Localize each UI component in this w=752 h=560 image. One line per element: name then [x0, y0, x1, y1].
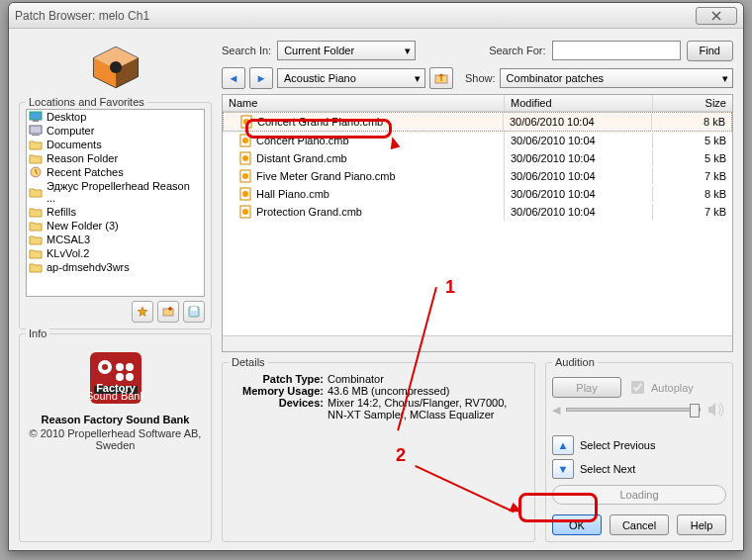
ok-button[interactable]: OK — [552, 514, 602, 535]
folder-up-icon — [434, 71, 448, 85]
triangle-down-icon: ▼ — [558, 463, 569, 475]
select-previous-label: Select Previous — [580, 439, 655, 451]
volume-slider[interactable] — [566, 408, 701, 412]
locations-item[interactable]: KLvVol.2 — [27, 246, 204, 260]
svg-rect-11 — [191, 307, 197, 311]
locations-title: Locations and Favorites — [26, 96, 147, 108]
locations-item[interactable]: Documents — [27, 138, 204, 151]
file-row[interactable]: Hall Piano.cmb30/06/2010 10:048 kB — [223, 185, 732, 203]
star-icon — [138, 307, 147, 317]
show-combo[interactable]: Combinator patches ▾ — [500, 68, 733, 88]
browse-disk-button[interactable] — [183, 301, 205, 323]
svg-point-28 — [242, 155, 248, 161]
locations-item[interactable]: Reason Folder — [27, 151, 204, 165]
arrow-right-icon: ► — [256, 72, 267, 84]
search-for-input[interactable] — [552, 41, 681, 60]
select-next-label: Select Next — [580, 463, 635, 475]
locations-item[interactable]: New Folder (3) — [27, 219, 204, 233]
svg-rect-4 — [30, 112, 42, 120]
svg-rect-6 — [30, 126, 42, 134]
file-row[interactable]: Distant Grand.cmb30/06/2010 10:045 kB — [223, 149, 732, 167]
locations-group: Locations and Favorites DesktopComputerD… — [19, 102, 212, 329]
chevron-down-icon: ▾ — [405, 45, 411, 57]
svg-point-17 — [116, 373, 124, 381]
svg-point-15 — [116, 363, 124, 371]
new-folder-button[interactable] — [157, 301, 179, 323]
loading-indicator: Loading — [552, 485, 726, 505]
horizontal-scrollbar[interactable] — [223, 335, 732, 351]
close-icon — [711, 11, 721, 21]
autoplay-checkbox[interactable]: Autoplay — [627, 378, 694, 397]
audition-group: Audition Play Autoplay ◀ ▲ Select Pre — [545, 362, 733, 542]
svg-rect-7 — [32, 135, 40, 136]
detail-memory: 43.6 MB (uncompressed) — [328, 385, 528, 397]
svg-rect-5 — [33, 120, 39, 122]
volume-low-icon: ◀ — [552, 404, 560, 417]
svg-point-32 — [242, 191, 248, 197]
col-size[interactable]: Size — [653, 95, 732, 111]
folder-plus-icon — [162, 306, 174, 318]
chevron-down-icon: ▾ — [415, 72, 421, 85]
select-next-button[interactable]: ▼ — [552, 459, 574, 479]
arrow-left-icon: ◄ — [229, 72, 239, 84]
file-list-header[interactable]: Name Modified Size — [223, 95, 732, 112]
svg-point-16 — [126, 363, 134, 371]
file-row[interactable]: Concert Piano.cmb30/06/2010 10:045 kB — [223, 132, 732, 149]
svg-point-3 — [109, 61, 121, 73]
window-title: Patch Browser: melo Ch1 — [15, 9, 696, 23]
locations-item[interactable]: ap-dmsehdv3wrs — [27, 260, 204, 274]
locations-item[interactable]: Desktop — [27, 110, 204, 124]
svg-point-34 — [242, 209, 248, 215]
forward-button[interactable]: ► — [249, 67, 273, 89]
close-button[interactable] — [696, 7, 737, 25]
locations-tree[interactable]: DesktopComputerDocumentsReason FolderRec… — [26, 109, 205, 297]
path-combo[interactable]: Acoustic Piano ▾ — [277, 68, 425, 88]
file-row[interactable]: Concert Grand Piano.cmb30/06/2010 10:048… — [223, 112, 732, 132]
reason-logo — [19, 37, 212, 98]
soundbank-icon: Factory Sound Bank — [88, 350, 143, 406]
details-group: Details Patch Type:Combinator Memory Usa… — [222, 362, 535, 542]
speaker-icon — [706, 402, 726, 418]
svg-point-18 — [126, 373, 134, 381]
search-in-label: Search In: — [222, 45, 271, 56]
search-for-label: Search For: — [489, 45, 545, 56]
file-row[interactable]: Protection Grand.cmb30/06/2010 10:047 kB — [223, 203, 732, 221]
select-previous-button[interactable]: ▲ — [552, 435, 574, 455]
svg-point-14 — [102, 364, 108, 370]
back-button[interactable]: ◄ — [222, 67, 245, 89]
svg-text:Sound Bank: Sound Bank — [88, 390, 143, 402]
file-list[interactable]: Name Modified Size Concert Grand Piano.c… — [222, 94, 733, 352]
locations-item[interactable]: Recent Patches — [27, 165, 204, 179]
svg-rect-9 — [163, 309, 173, 316]
detail-patch-type: Combinator — [328, 373, 528, 385]
disk-icon — [188, 306, 200, 318]
svg-point-24 — [243, 119, 249, 125]
col-name[interactable]: Name — [223, 95, 505, 111]
help-button[interactable]: Help — [677, 514, 726, 535]
titlebar[interactable]: Patch Browser: melo Ch1 — [9, 3, 743, 29]
info-group: Info Factory Sound Bank Reason Factory S… — [19, 333, 212, 542]
triangle-up-icon: ▲ — [558, 439, 569, 451]
search-in-combo[interactable]: Current Folder ▾ — [277, 41, 416, 60]
detail-devices: Mixer 14:2, Chorus/Flanger, RV7000, — [328, 397, 528, 409]
locations-item[interactable]: Эджус Propellerhead Reason ... — [27, 179, 204, 205]
patch-browser-window: Patch Browser: melo Ch1 Locations and Fa… — [8, 2, 744, 551]
svg-point-26 — [242, 138, 248, 143]
info-bank-name: Reason Factory Sound Bank — [26, 414, 205, 425]
locations-item[interactable]: MCSAL3 — [27, 233, 204, 246]
info-copyright: © 2010 Propellerhead Software AB, Sweden — [26, 427, 205, 451]
info-title: Info — [26, 327, 49, 339]
chevron-down-icon: ▾ — [722, 72, 728, 85]
svg-point-30 — [242, 173, 248, 179]
up-folder-button[interactable] — [429, 67, 453, 89]
locations-item[interactable]: Computer — [27, 124, 204, 138]
show-label: Show: — [465, 72, 496, 84]
play-button[interactable]: Play — [552, 377, 621, 398]
cancel-button[interactable]: Cancel — [610, 514, 669, 535]
file-row[interactable]: Five Meter Grand Piano.cmb30/06/2010 10:… — [223, 167, 732, 185]
find-button[interactable]: Find — [687, 41, 733, 61]
col-modified[interactable]: Modified — [505, 95, 653, 111]
favorite-add-button[interactable] — [132, 301, 153, 323]
locations-item[interactable]: Refills — [27, 205, 204, 219]
